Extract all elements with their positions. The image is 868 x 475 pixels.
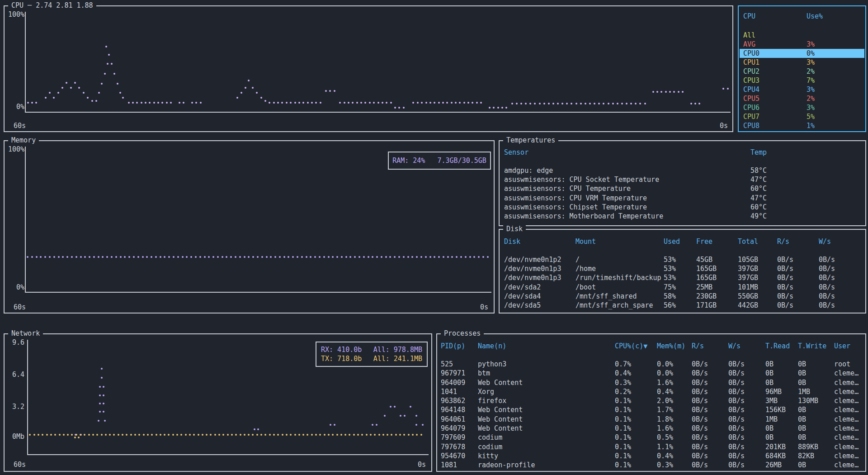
- graph-dot: [248, 80, 250, 81]
- graph-dot: [690, 103, 692, 104]
- network-x-axis-line: [27, 454, 429, 455]
- disk-row[interactable]: /dev/nvme0n1p3/home53%165GB397GB0B/s0B/s: [500, 264, 864, 273]
- process-row[interactable]: 1081radeon-profile0.1%0.3%0B/s0B/s26MB0B…: [438, 461, 864, 470]
- temperature-row[interactable]: asuswmisensors: CPU Temperature60°C: [500, 184, 864, 193]
- cpu-legend-row-cpu7[interactable]: CPU75%: [740, 112, 864, 121]
- graph-dot: [382, 434, 384, 436]
- process-row[interactable]: 967971btm0.4%0.0%0B/s0B/s0B0Bcleme…: [438, 369, 864, 378]
- process-row[interactable]: 1041Xorg0.2%0.4%0B/s0B/s96MB1MBcleme…: [438, 387, 864, 396]
- process-row[interactable]: 954670kitty0.1%0.4%0B/s0B/s684KB82KBclem…: [438, 451, 864, 461]
- cpu-legend-row-cpu2[interactable]: CPU22%: [740, 67, 864, 76]
- processes-col-cpu-sort[interactable]: CPU%(c)▼: [615, 342, 657, 351]
- cpu-legend-row-cpu3[interactable]: CPU37%: [740, 76, 864, 85]
- process-row[interactable]: 964061Web Content0.1%1.8%0B/s0B/s1MB0Bcl…: [438, 415, 864, 424]
- graph-dot: [356, 102, 358, 104]
- cpu-legend-row-cpu0[interactable]: CPU00%: [740, 49, 864, 58]
- graph-dot: [373, 102, 375, 104]
- graph-dot: [87, 97, 89, 99]
- cpu-legend-name: CPU3: [743, 76, 807, 85]
- cell: codium: [478, 433, 615, 442]
- disk-row[interactable]: /dev/nvme0n1p2/53%45GB105GB0B/s0B/s: [500, 255, 864, 264]
- cpu-legend-row-cpu8[interactable]: CPU81%: [740, 121, 864, 130]
- cell: 1.7%: [657, 405, 692, 414]
- cell: codium: [478, 442, 615, 451]
- processes-col-mem[interactable]: Mem%(m): [657, 342, 692, 351]
- cell: 0B/s: [728, 405, 765, 414]
- graph-dot: [101, 434, 103, 436]
- disk-row[interactable]: /dev/sda5/mnt/sff_arch_spare56%171GB442G…: [500, 301, 864, 310]
- graph-dot: [378, 434, 380, 436]
- graph-dot: [385, 256, 387, 258]
- graph-dot: [66, 256, 68, 258]
- graph-dot: [277, 434, 279, 436]
- graph-dot: [45, 97, 47, 99]
- graph-dot: [244, 256, 245, 258]
- graph-dot: [66, 82, 67, 84]
- graph-dot: [325, 90, 327, 92]
- graph-dot: [59, 434, 61, 436]
- temperature-row[interactable]: asuswmisensors: CPU Socket Temperature47…: [500, 175, 864, 184]
- temperature-row[interactable]: asuswmisensors: Chipset Temperature60°C: [500, 203, 864, 212]
- graph-dot: [172, 434, 174, 436]
- process-row[interactable]: 797678codium0.1%1.1%0B/s0B/s201KB889KBcl…: [438, 442, 864, 451]
- graph-dot: [363, 256, 365, 258]
- graph-dot: [208, 256, 210, 258]
- processes-col-tread[interactable]: T.Read: [765, 342, 798, 351]
- cpu-legend-row-all[interactable]: All: [740, 31, 864, 40]
- cell: /dev/nvme0n1p3: [504, 273, 576, 282]
- processes-col-name[interactable]: Name(n): [478, 342, 615, 351]
- cpu-legend-name: CPU8: [743, 121, 807, 130]
- cpu-legend-row-cpu1[interactable]: CPU13%: [740, 58, 864, 67]
- disk-row[interactable]: /dev/sda4/mnt/sff_shared58%230GB550GB0B/…: [500, 292, 864, 301]
- processes-col-twrite[interactable]: T.Write: [798, 342, 834, 351]
- temperature-row[interactable]: asuswmisensors: CPU VRM Temperature47°C: [500, 194, 864, 203]
- cpu-legend-use: 3%: [807, 85, 864, 94]
- cell: 75%: [664, 283, 696, 292]
- graph-dot: [189, 434, 191, 436]
- temperature-row[interactable]: asuswmisensors: Motherboard Temperature4…: [500, 212, 864, 221]
- graph-dot: [102, 256, 104, 258]
- graph-dot: [635, 103, 637, 104]
- process-row[interactable]: 963862firefox0.1%2.0%0B/s0B/s3MB130MBcle…: [438, 396, 864, 405]
- disk-row[interactable]: /dev/nvme0n1p3/run/timeshift/backup53%16…: [500, 273, 864, 282]
- processes-col-ws[interactable]: W/s: [728, 342, 765, 351]
- graph-dot: [608, 103, 609, 104]
- graph-dot: [279, 256, 281, 258]
- process-row[interactable]: 964009Web Content0.3%1.6%0B/s0B/s0B0Bcle…: [438, 378, 864, 387]
- temperature-row[interactable]: amdgpu: edge58°C: [500, 166, 864, 175]
- process-row[interactable]: 964148Web Content0.1%1.7%0B/s0B/s156KB0B…: [438, 405, 864, 414]
- graph-dot: [142, 256, 144, 258]
- cell: 60°C: [750, 184, 864, 193]
- graph-dot: [270, 256, 272, 258]
- graph-dot: [621, 103, 623, 104]
- graph-dot: [99, 411, 101, 413]
- disk-row[interactable]: /dev/sda2/boot75%25MB101MB0B/s0B/s: [500, 283, 864, 292]
- cpu-legend-row-cpu5[interactable]: CPU52%: [740, 94, 864, 103]
- graph-dot: [319, 256, 321, 258]
- process-row[interactable]: 525python30.7%0.0%0B/s0B/s0B0Broot: [438, 360, 864, 369]
- processes-col-pid[interactable]: PID(p): [441, 342, 478, 351]
- cpu-graph-plot[interactable]: [25, 12, 731, 113]
- cpu-legend-row-cpu4[interactable]: CPU43%: [740, 85, 864, 94]
- cpu-legend-row-cpu6[interactable]: CPU63%: [740, 103, 864, 112]
- process-row[interactable]: 797609codium0.1%0.5%0B/s0B/s0B0Bcleme…: [438, 433, 864, 442]
- processes-col-user[interactable]: User: [834, 342, 864, 351]
- graph-dot: [58, 256, 60, 258]
- graph-dot: [410, 406, 411, 408]
- btm-system-monitor: CPU ─ 2.74 2.81 1.88 100% 0% 60s 0s CPU …: [0, 0, 868, 475]
- cell: 397GB: [738, 264, 777, 273]
- graph-dot: [103, 386, 104, 388]
- graph-dot: [473, 256, 475, 258]
- graph-dot: [193, 434, 195, 436]
- process-row[interactable]: 964079Web Content0.1%1.6%0B/s0B/s0B0Bcle…: [438, 424, 864, 433]
- memory-ram-legend-text: RAM: 24% 7.3GB/30.5GB: [392, 156, 486, 165]
- graph-dot: [630, 103, 632, 104]
- graph-dot: [117, 83, 118, 85]
- cell: 0B/s: [728, 442, 765, 451]
- cell: cleme…: [834, 405, 864, 414]
- processes-col-rs[interactable]: R/s: [692, 342, 728, 351]
- network-x-right-label: 0s: [418, 460, 426, 469]
- cpu-legend-row-avg[interactable]: AVG3%: [740, 40, 864, 49]
- processes-rows: 525python30.7%0.0%0B/s0B/s0B0Broot967971…: [438, 360, 864, 470]
- graph-dot: [240, 434, 241, 436]
